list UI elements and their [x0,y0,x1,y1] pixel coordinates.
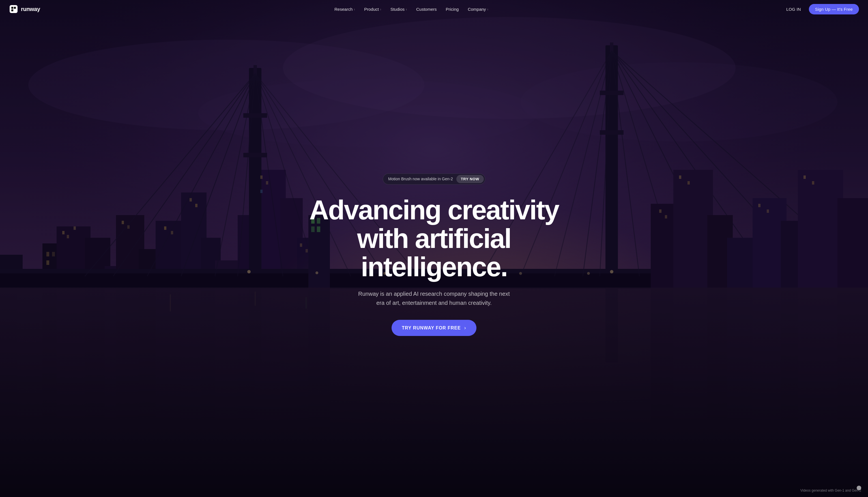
arrow-icon: › [464,325,466,331]
nav-item-pricing: Pricing [442,4,463,14]
hero-section: runway Research ↓ Product ↓ Studios ↓ [0,0,868,497]
nav-actions: LOG IN Sign Up — It's Free [783,4,859,14]
chevron-down-icon: ↓ [406,8,407,11]
try-now-button[interactable]: TRY NOW [457,175,484,183]
hero-content: Motion Brush now available in Gen-2 TRY … [0,12,868,497]
hero-headline: Advancing creativity with artificial int… [307,196,561,281]
chevron-down-icon: ↓ [487,8,489,11]
hero-caption: Videos generated with Gen-1 and Gen-2 [800,488,861,493]
cta-button[interactable]: TRY RUNWAY FOR FREE › [392,320,476,336]
main-nav: runway Research ↓ Product ↓ Studios ↓ [0,0,868,18]
nav-link-product[interactable]: Product ↓ [360,4,385,14]
nav-link-studios[interactable]: Studios ↓ [387,4,411,14]
announcement-text: Motion Brush now available in Gen-2 [388,176,453,181]
logo-text: runway [21,6,40,12]
announcement-badge: Motion Brush now available in Gen-2 TRY … [383,173,485,185]
nav-link-research[interactable]: Research ↓ [331,4,359,14]
nav-links: Research ↓ Product ↓ Studios ↓ Customers [331,4,493,14]
nav-item-product: Product ↓ [360,4,385,14]
svg-rect-106 [11,9,13,11]
scroll-indicator [857,486,861,490]
hero-subtext: Runway is an applied AI research company… [358,289,510,307]
chevron-down-icon: ↓ [354,8,355,11]
svg-rect-107 [14,7,16,9]
nav-link-company[interactable]: Company ↓ [464,4,492,14]
nav-link-customers[interactable]: Customers [412,4,441,14]
svg-rect-104 [10,5,17,13]
nav-item-customers: Customers [412,4,441,14]
logo-icon [9,4,18,14]
nav-item-research: Research ↓ [331,4,359,14]
signup-button[interactable]: Sign Up — It's Free [809,4,859,14]
logo-link[interactable]: runway [9,4,40,14]
login-button[interactable]: LOG IN [783,4,804,14]
nav-item-studios: Studios ↓ [387,4,411,14]
chevron-down-icon: ↓ [380,8,381,11]
nav-item-company: Company ↓ [464,4,492,14]
nav-link-pricing[interactable]: Pricing [442,4,463,14]
svg-rect-105 [11,7,13,9]
